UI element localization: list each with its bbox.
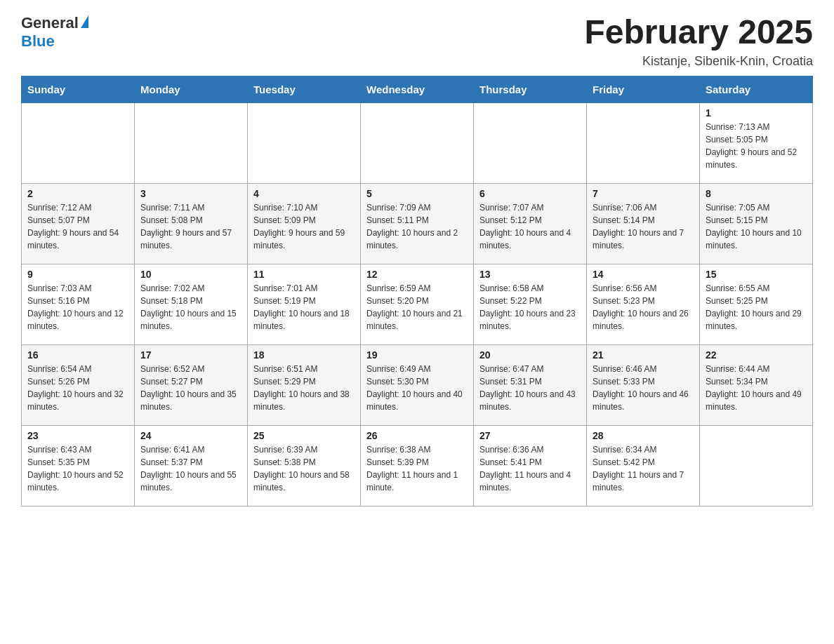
day-number: 17 bbox=[140, 349, 241, 361]
location: Kistanje, Sibenik-Knin, Croatia bbox=[584, 54, 813, 69]
day-info: Sunrise: 7:06 AMSunset: 5:14 PMDaylight:… bbox=[593, 201, 694, 252]
day-number: 23 bbox=[27, 430, 128, 441]
calendar-cell: 25Sunrise: 6:39 AMSunset: 5:38 PMDayligh… bbox=[248, 425, 361, 506]
day-number: 24 bbox=[140, 430, 241, 441]
month-title: February 2025 bbox=[584, 14, 813, 51]
day-info: Sunrise: 7:09 AMSunset: 5:11 PMDaylight:… bbox=[366, 201, 468, 252]
day-number: 13 bbox=[479, 269, 581, 280]
calendar-cell: 3Sunrise: 7:11 AMSunset: 5:08 PMDaylight… bbox=[135, 183, 248, 264]
day-number: 11 bbox=[253, 269, 355, 280]
logo: General Blue bbox=[21, 14, 88, 51]
calendar-cell: 13Sunrise: 6:58 AMSunset: 5:22 PMDayligh… bbox=[474, 264, 587, 344]
day-info: Sunrise: 6:44 AMSunset: 5:34 PMDaylight:… bbox=[706, 363, 807, 413]
calendar-cell: 2Sunrise: 7:12 AMSunset: 5:07 PMDaylight… bbox=[22, 183, 135, 264]
calendar-cell: 18Sunrise: 6:51 AMSunset: 5:29 PMDayligh… bbox=[248, 344, 361, 425]
day-number: 4 bbox=[253, 188, 355, 199]
logo-text-general: General bbox=[21, 14, 79, 32]
calendar-cell bbox=[135, 102, 248, 183]
calendar-cell: 7Sunrise: 7:06 AMSunset: 5:14 PMDaylight… bbox=[587, 183, 700, 264]
calendar-cell: 1Sunrise: 7:13 AMSunset: 5:05 PMDaylight… bbox=[700, 102, 813, 183]
day-number: 5 bbox=[366, 188, 468, 199]
day-info: Sunrise: 6:47 AMSunset: 5:31 PMDaylight:… bbox=[479, 363, 581, 413]
calendar-header-monday: Monday bbox=[135, 76, 248, 102]
day-info: Sunrise: 6:56 AMSunset: 5:23 PMDaylight:… bbox=[593, 282, 694, 333]
calendar-table: SundayMondayTuesdayWednesdayThursdayFrid… bbox=[21, 76, 813, 507]
day-info: Sunrise: 6:41 AMSunset: 5:37 PMDaylight:… bbox=[140, 443, 241, 494]
day-info: Sunrise: 7:12 AMSunset: 5:07 PMDaylight:… bbox=[27, 201, 128, 252]
day-number: 6 bbox=[479, 188, 581, 199]
day-info: Sunrise: 7:11 AMSunset: 5:08 PMDaylight:… bbox=[140, 201, 241, 252]
day-number: 26 bbox=[366, 430, 468, 441]
day-info: Sunrise: 6:43 AMSunset: 5:35 PMDaylight:… bbox=[27, 443, 128, 494]
calendar-header-thursday: Thursday bbox=[474, 76, 587, 102]
calendar-header-sunday: Sunday bbox=[22, 76, 135, 102]
day-info: Sunrise: 6:54 AMSunset: 5:26 PMDaylight:… bbox=[27, 363, 128, 413]
calendar-cell: 20Sunrise: 6:47 AMSunset: 5:31 PMDayligh… bbox=[474, 344, 587, 425]
day-number: 18 bbox=[253, 349, 355, 361]
calendar-cell bbox=[474, 102, 587, 183]
day-number: 8 bbox=[706, 188, 807, 199]
day-number: 27 bbox=[479, 430, 581, 441]
calendar-cell: 19Sunrise: 6:49 AMSunset: 5:30 PMDayligh… bbox=[361, 344, 474, 425]
day-number: 19 bbox=[366, 349, 468, 361]
day-number: 7 bbox=[593, 188, 694, 199]
calendar-cell: 4Sunrise: 7:10 AMSunset: 5:09 PMDaylight… bbox=[248, 183, 361, 264]
day-info: Sunrise: 6:58 AMSunset: 5:22 PMDaylight:… bbox=[479, 282, 581, 333]
calendar-cell: 24Sunrise: 6:41 AMSunset: 5:37 PMDayligh… bbox=[135, 425, 248, 506]
day-number: 16 bbox=[27, 349, 128, 361]
day-info: Sunrise: 6:36 AMSunset: 5:41 PMDaylight:… bbox=[479, 443, 581, 494]
day-number: 12 bbox=[366, 269, 468, 280]
calendar-cell: 6Sunrise: 7:07 AMSunset: 5:12 PMDaylight… bbox=[474, 183, 587, 264]
calendar-header-friday: Friday bbox=[587, 76, 700, 102]
calendar-cell: 9Sunrise: 7:03 AMSunset: 5:16 PMDaylight… bbox=[22, 264, 135, 344]
calendar-cell: 15Sunrise: 6:55 AMSunset: 5:25 PMDayligh… bbox=[700, 264, 813, 344]
day-number: 14 bbox=[593, 269, 694, 280]
day-number: 20 bbox=[479, 349, 581, 361]
day-info: Sunrise: 7:03 AMSunset: 5:16 PMDaylight:… bbox=[27, 282, 128, 333]
calendar-week-row: 9Sunrise: 7:03 AMSunset: 5:16 PMDaylight… bbox=[22, 264, 813, 344]
day-info: Sunrise: 6:38 AMSunset: 5:39 PMDaylight:… bbox=[366, 443, 468, 494]
calendar-cell bbox=[248, 102, 361, 183]
calendar-cell: 5Sunrise: 7:09 AMSunset: 5:11 PMDaylight… bbox=[361, 183, 474, 264]
calendar-cell: 8Sunrise: 7:05 AMSunset: 5:15 PMDaylight… bbox=[700, 183, 813, 264]
calendar-cell: 16Sunrise: 6:54 AMSunset: 5:26 PMDayligh… bbox=[22, 344, 135, 425]
day-number: 3 bbox=[140, 188, 241, 199]
day-info: Sunrise: 6:34 AMSunset: 5:42 PMDaylight:… bbox=[593, 443, 694, 494]
day-number: 9 bbox=[27, 269, 128, 280]
day-number: 25 bbox=[253, 430, 355, 441]
page-header: General Blue February 2025 Kistanje, Sib… bbox=[21, 14, 813, 69]
day-number: 2 bbox=[27, 188, 128, 199]
calendar-header-wednesday: Wednesday bbox=[361, 76, 474, 102]
calendar-cell bbox=[700, 425, 813, 506]
day-number: 1 bbox=[706, 107, 807, 119]
calendar-week-row: 2Sunrise: 7:12 AMSunset: 5:07 PMDaylight… bbox=[22, 183, 813, 264]
calendar-cell: 28Sunrise: 6:34 AMSunset: 5:42 PMDayligh… bbox=[587, 425, 700, 506]
day-info: Sunrise: 6:55 AMSunset: 5:25 PMDaylight:… bbox=[706, 282, 807, 333]
day-number: 15 bbox=[706, 269, 807, 280]
logo-text-blue: Blue bbox=[21, 32, 55, 50]
title-block: February 2025 Kistanje, Sibenik-Knin, Cr… bbox=[584, 14, 813, 69]
calendar-cell: 27Sunrise: 6:36 AMSunset: 5:41 PMDayligh… bbox=[474, 425, 587, 506]
day-info: Sunrise: 6:52 AMSunset: 5:27 PMDaylight:… bbox=[140, 363, 241, 413]
calendar-cell bbox=[361, 102, 474, 183]
calendar-week-row: 23Sunrise: 6:43 AMSunset: 5:35 PMDayligh… bbox=[22, 425, 813, 506]
calendar-cell: 11Sunrise: 7:01 AMSunset: 5:19 PMDayligh… bbox=[248, 264, 361, 344]
day-number: 22 bbox=[706, 349, 807, 361]
calendar-cell bbox=[22, 102, 135, 183]
calendar-week-row: 16Sunrise: 6:54 AMSunset: 5:26 PMDayligh… bbox=[22, 344, 813, 425]
day-info: Sunrise: 7:01 AMSunset: 5:19 PMDaylight:… bbox=[253, 282, 355, 333]
day-info: Sunrise: 7:02 AMSunset: 5:18 PMDaylight:… bbox=[140, 282, 241, 333]
day-info: Sunrise: 6:49 AMSunset: 5:30 PMDaylight:… bbox=[366, 363, 468, 413]
day-info: Sunrise: 6:39 AMSunset: 5:38 PMDaylight:… bbox=[253, 443, 355, 494]
calendar-cell: 14Sunrise: 6:56 AMSunset: 5:23 PMDayligh… bbox=[587, 264, 700, 344]
logo-triangle-icon bbox=[81, 15, 88, 28]
day-info: Sunrise: 7:13 AMSunset: 5:05 PMDaylight:… bbox=[706, 121, 807, 171]
calendar-cell: 21Sunrise: 6:46 AMSunset: 5:33 PMDayligh… bbox=[587, 344, 700, 425]
day-info: Sunrise: 7:05 AMSunset: 5:15 PMDaylight:… bbox=[706, 201, 807, 252]
day-info: Sunrise: 7:07 AMSunset: 5:12 PMDaylight:… bbox=[479, 201, 581, 252]
calendar-header-row: SundayMondayTuesdayWednesdayThursdayFrid… bbox=[22, 76, 813, 102]
calendar-cell: 26Sunrise: 6:38 AMSunset: 5:39 PMDayligh… bbox=[361, 425, 474, 506]
calendar-header-saturday: Saturday bbox=[700, 76, 813, 102]
calendar-header-tuesday: Tuesday bbox=[248, 76, 361, 102]
day-info: Sunrise: 7:10 AMSunset: 5:09 PMDaylight:… bbox=[253, 201, 355, 252]
